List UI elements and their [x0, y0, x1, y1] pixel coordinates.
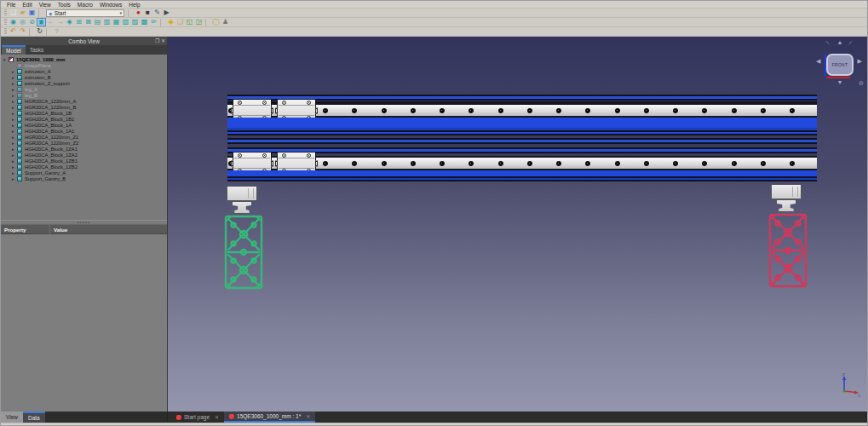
- document-tab-2[interactable]: 15QE3060_1000_mm : 1*✕: [224, 412, 315, 423]
- tree-item-extrusion_B[interactable]: ▸extrusion_B: [1, 74, 167, 80]
- bottom-bar: ViewData Start page✕15QE3060_1000_mm : 1…: [1, 412, 867, 423]
- menubar: FileEditViewToolsMacroWindowsHelp: [1, 1, 867, 9]
- fit-selection-icon[interactable]: ◎: [18, 18, 27, 26]
- tree-item-HGR20CA_1220mm_Z1[interactable]: ▸HGR20CA_1220mm_Z1: [1, 134, 167, 140]
- navigation-cube[interactable]: ⌒ ⌒ ▲ ▼ ◀ ▶ FRONT ⚙: [816, 39, 864, 92]
- rotate-cw-icon[interactable]: ⌒: [847, 39, 858, 51]
- tree-item-HGH20CA_Block_1ZA1[interactable]: ▸HGH20CA_Block_1ZA1: [1, 146, 167, 152]
- macro-edit-icon[interactable]: ✎: [152, 9, 162, 17]
- view-left-icon[interactable]: ▩: [140, 18, 149, 26]
- menu-file[interactable]: File: [3, 1, 19, 9]
- tab-data[interactable]: Data: [23, 412, 45, 423]
- view-fit-icon[interactable]: ⊠: [83, 18, 93, 26]
- tree-item-HGR20CA_1220mm_A[interactable]: ▸HGR20CA_1220mm_A: [1, 98, 167, 104]
- macro-play-icon[interactable]: ▶: [162, 9, 171, 17]
- make-sub-link-icon[interactable]: ◲: [194, 18, 204, 26]
- menu-macro[interactable]: Macro: [74, 1, 96, 9]
- create-group-icon[interactable]: ❏: [175, 18, 185, 26]
- rotate-ccw-icon[interactable]: ⌒: [819, 39, 831, 51]
- view-front-icon[interactable]: ▤: [93, 18, 102, 26]
- nav-settings-gear-icon[interactable]: ⚙: [859, 80, 864, 87]
- tree-item-HGR20CA_1220mm_Z2[interactable]: ▸HGR20CA_1220mm_Z2: [1, 140, 167, 146]
- tree-item-extrusion_Z_support[interactable]: ▸extrusion_Z_support: [1, 80, 167, 86]
- toolbar-grip[interactable]: [4, 19, 7, 26]
- tree-item-extrusion_A[interactable]: ▸extrusion_A: [1, 68, 167, 74]
- extrusion-a[interactable]: [227, 118, 817, 135]
- dependency-graph-icon[interactable]: ♟: [221, 18, 230, 26]
- tree-item-HGH20CA_Block_1ZA2[interactable]: ▸HGH20CA_Block_1ZA2: [1, 152, 167, 158]
- make-link-icon[interactable]: ◱: [185, 18, 194, 26]
- nav-forward-icon[interactable]: →: [55, 18, 65, 26]
- green-extrusion-profile[interactable]: [224, 215, 263, 290]
- menu-edit[interactable]: Edit: [19, 1, 35, 9]
- view-right-icon[interactable]: ▦: [112, 18, 121, 26]
- nav-back-icon[interactable]: ←: [46, 18, 55, 26]
- tree-item-label: HGH20CA_Block_1A: [25, 123, 72, 128]
- nav-up-arrow-icon[interactable]: ▲: [837, 39, 843, 45]
- view-bottom-icon[interactable]: ▨: [130, 18, 140, 26]
- new-file-icon[interactable]: ❏: [9, 9, 18, 17]
- open-folder-icon[interactable]: ▰: [18, 9, 27, 17]
- rail-bolt-hole: [673, 108, 678, 113]
- tree-item-HGH20CA_Block_1B1[interactable]: ▸HGH20CA_Block_1B1: [1, 116, 167, 122]
- refresh-icon[interactable]: ↻: [35, 27, 44, 36]
- nav-cube-front-face[interactable]: FRONT: [826, 54, 854, 76]
- tab-model[interactable]: Model: [2, 45, 26, 55]
- support-gantry-b[interactable]: [768, 182, 814, 375]
- ellipse-icon[interactable]: ◯: [211, 18, 221, 26]
- nav-right-arrow-icon[interactable]: ▶: [858, 58, 862, 65]
- red-extrusion-profile[interactable]: [768, 213, 808, 288]
- tree-item-HGH20CA_Block_1ZB2[interactable]: ▸HGH20CA_Block_1ZB2: [1, 164, 167, 170]
- macro-record-icon[interactable]: ●: [134, 9, 143, 17]
- box-zoom-icon[interactable]: ▣: [37, 18, 46, 26]
- view-isometric-icon[interactable]: ◈: [65, 18, 74, 26]
- menu-tools[interactable]: Tools: [55, 1, 74, 9]
- create-part-icon[interactable]: ◆: [166, 18, 175, 26]
- view-rear-icon[interactable]: ▧: [121, 18, 130, 26]
- tree-item-Support_Gantry_B[interactable]: ▸Support_Gantry_B: [1, 176, 167, 181]
- float-panel-icon[interactable]: ❐: [155, 38, 159, 43]
- macro-stop-icon[interactable]: ■: [143, 9, 152, 17]
- nav-down-arrow-icon[interactable]: ▼: [837, 79, 843, 85]
- view-axonometric-icon[interactable]: ⊞: [74, 18, 83, 26]
- toolbar-grip[interactable]: [4, 28, 7, 35]
- gantry-assembly[interactable]: [227, 95, 817, 181]
- close-icon[interactable]: ✕: [215, 414, 219, 420]
- tree-item-HGH20CA_Block_1B[interactable]: ▸HGH20CA_Block_1B: [1, 110, 167, 116]
- close-icon[interactable]: ✕: [306, 413, 310, 419]
- tab-view[interactable]: View: [1, 412, 23, 423]
- whats-this-icon[interactable]: ?: [52, 27, 61, 36]
- menu-windows[interactable]: Windows: [96, 1, 125, 9]
- toolbar-separator: [128, 9, 132, 17]
- tree-item-15QE3060_1000_mm[interactable]: ▾15QE3060_1000_mm: [1, 56, 167, 62]
- tree-item-Support_Gantry_A[interactable]: ▸Support_Gantry_A: [1, 170, 167, 176]
- toolbar-grip[interactable]: [4, 9, 7, 16]
- tree-item-ImagePlane[interactable]: ImagePlane: [1, 62, 167, 68]
- tree-item-leg_B[interactable]: ▸leg_B: [1, 92, 167, 98]
- extrusion-b[interactable]: [227, 170, 817, 181]
- save-icon[interactable]: ▣: [27, 9, 37, 17]
- tree-item-leg_A[interactable]: ▸leg_A: [1, 86, 167, 92]
- measure-icon[interactable]: ✏: [149, 18, 158, 26]
- tree-item-HGR20CA_1220mm_B[interactable]: ▸HGR20CA_1220mm_B: [1, 104, 167, 110]
- undo-icon[interactable]: ↶: [9, 27, 18, 36]
- redo-icon[interactable]: ↷: [18, 27, 27, 36]
- menu-help[interactable]: Help: [125, 1, 143, 9]
- draw-style-icon[interactable]: ⊘: [27, 18, 37, 26]
- nav-left-arrow-icon[interactable]: ◀: [816, 58, 820, 65]
- menu-view[interactable]: View: [36, 1, 55, 9]
- property-editor-body[interactable]: [1, 234, 167, 412]
- document-tab-1[interactable]: Start page✕: [171, 412, 224, 423]
- fit-all-icon[interactable]: ◉: [9, 18, 18, 26]
- tab-tasks[interactable]: Tasks: [26, 46, 49, 55]
- combo-view-titlebar[interactable]: Combo View ❐ ✕: [1, 37, 167, 45]
- 3d-viewport[interactable]: ⌒ ⌒ ▲ ▼ ◀ ▶ FRONT ⚙ z x: [168, 37, 867, 412]
- tree-item-HGH20CA_Block_1A1[interactable]: ▸HGH20CA_Block_1A1: [1, 128, 167, 134]
- tree-item-HGH20CA_Block_1A[interactable]: ▸HGH20CA_Block_1A: [1, 122, 167, 128]
- tree-item-HGH20CA_Block_1ZB1[interactable]: ▸HGH20CA_Block_1ZB1: [1, 158, 167, 164]
- close-panel-icon[interactable]: ✕: [161, 38, 165, 43]
- view-top-icon[interactable]: ▥: [102, 18, 112, 26]
- support-gantry-a[interactable]: [224, 184, 270, 377]
- workbench-selector[interactable]: ◈Start▾: [46, 9, 124, 17]
- rail-bolt-hole: [468, 161, 474, 166]
